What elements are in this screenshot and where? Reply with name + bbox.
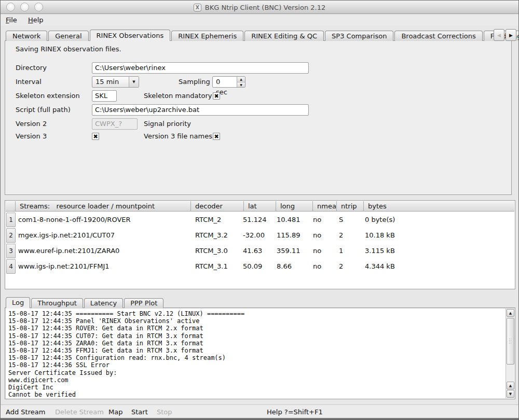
skeleton-extension-input[interactable]: SKL	[92, 90, 117, 102]
log-scrollbar[interactable]: ▲ ▲ ▼	[506, 309, 514, 398]
help-shortcut-label[interactable]: Help ?=Shift+F1	[267, 405, 323, 419]
sampling-label: Sampling	[179, 75, 210, 89]
row-number[interactable]: 2	[6, 228, 16, 243]
cell-lat: 41.63	[243, 243, 262, 259]
delete-stream-button: Delete Stream	[55, 405, 104, 419]
cell-ntrip: 2	[339, 259, 343, 274]
cell-decoder: RTCM_3.0	[195, 243, 228, 259]
scroll-up-button[interactable]: ▲	[507, 309, 514, 317]
row-number[interactable]: 4	[6, 259, 16, 274]
col-header-ntrip[interactable]: ntrip	[337, 201, 364, 212]
log-line: 15-08-17 12:44:35 ZARA0: Get data in RTC…	[8, 340, 203, 347]
col-header-lat[interactable]: lat	[244, 201, 276, 212]
cell-mountpoint: mgex.igs-ip.net:2101/CUT07	[18, 228, 115, 243]
chevron-right-icon: ▶	[509, 33, 513, 38]
spin-up-icon[interactable]: ▲	[237, 77, 245, 82]
tab-rinex-editing-qc[interactable]: RINEX Editing & QC	[244, 31, 324, 41]
stream-row[interactable]: 4 www.igs-ip.net:2101/FFMJ1 RTCM_3.1 50.…	[6, 259, 514, 274]
col-header-mountpoint[interactable]: Streams: resource loader / mountpoint	[16, 201, 191, 212]
cell-long: 10.481	[277, 212, 301, 228]
scroll-down-button[interactable]: ▼	[507, 390, 514, 398]
tab-throughput[interactable]: Throughput	[31, 298, 83, 308]
cell-long: 359.11	[277, 243, 301, 259]
log-line: 15-08-17 12:44:35 CUT07: Get data in RTC…	[8, 332, 203, 340]
directory-label: Directory	[16, 61, 47, 75]
arrow-down-icon: ▼	[509, 392, 512, 396]
chevron-left-icon: ◀	[497, 33, 501, 38]
tab-scroll-right-button[interactable]: ▶	[506, 29, 516, 41]
version3-checkbox[interactable]: ✖	[92, 133, 99, 140]
cell-ntrip: S	[339, 212, 343, 228]
x11-app-icon: X	[194, 4, 201, 11]
skeleton-extension-label: Skeleton extension	[16, 89, 80, 103]
menu-help[interactable]: Help	[28, 15, 44, 25]
main-tab-bar: Network General RINEX Observations RINEX…	[6, 30, 519, 41]
interval-label: Interval	[16, 75, 42, 89]
chevron-down-icon[interactable]: ▼	[129, 77, 139, 87]
checkbox-check-icon: ✖	[214, 134, 218, 139]
cell-bytes: 0 byte(s)	[365, 212, 395, 228]
cell-lat: -32.00	[243, 228, 265, 243]
title-bar[interactable]: X BKG Ntrip Client (BNC) Version 2.12	[1, 1, 518, 14]
tab-log[interactable]: Log	[6, 297, 30, 308]
rinex-observations-panel: Saving RINEX observation files. Director…	[5, 40, 512, 195]
streams-table: Streams: resource loader / mountpoint de…	[5, 200, 515, 289]
log-output[interactable]: 15-08-17 12:44:35 ========== Start BNC v…	[8, 310, 502, 398]
stream-row[interactable]: 3 www.euref-ip.net:2101/ZARA0 RTCM_3.0 4…	[6, 243, 514, 259]
stream-row[interactable]: 2 mgex.igs-ip.net:2101/CUT07 RTCM_3.2 -3…	[6, 228, 514, 243]
col-header-bytes[interactable]: bytes	[364, 201, 514, 212]
row-number-header	[6, 201, 16, 212]
cell-nmea: no	[313, 212, 321, 228]
add-stream-button[interactable]: Add Stream	[6, 405, 45, 419]
col-header-decoder[interactable]: decoder	[191, 201, 244, 212]
directory-input[interactable]: C:\Users\weber\rinex	[92, 62, 309, 74]
cell-mountpoint: com1-8-none-1-off-19200/ROVER	[18, 212, 131, 228]
tab-rinex-observations[interactable]: RINEX Observations	[90, 30, 171, 41]
map-button[interactable]: Map	[108, 405, 122, 419]
scrollbar-thumb[interactable]	[507, 318, 514, 365]
row-number[interactable]: 3	[6, 244, 16, 258]
row-number[interactable]: 1	[6, 213, 16, 227]
sampling-value: 0 sec	[213, 77, 237, 87]
col-header-nmea[interactable]: nmea	[313, 201, 337, 212]
panel-description: Saving RINEX observation files.	[16, 45, 121, 53]
sampling-spinner[interactable]: 0 sec ▲ ▼	[212, 76, 245, 88]
cell-nmea: no	[313, 243, 321, 259]
log-line: DigiCert Inc	[8, 384, 53, 391]
signal-priority-label: Signal priority	[144, 117, 191, 131]
log-line: 15-08-17 12:44:35 ========== Start BNC v…	[8, 310, 244, 317]
log-line: 15-08-17 12:44:35 Configuration read: rn…	[8, 354, 226, 361]
tab-general[interactable]: General	[48, 31, 88, 41]
version3-file-names-label: Version 3 file names	[144, 130, 212, 143]
tab-scroll-left-button[interactable]: ◀	[494, 29, 504, 41]
tab-broadcast-corrections[interactable]: Broadcast Corrections	[394, 31, 482, 41]
script-input[interactable]: C:\Users\weber\up2archive.bat	[92, 104, 309, 116]
tab-ppp-plot[interactable]: PPP Plot	[124, 298, 163, 308]
cell-nmea: no	[313, 259, 321, 274]
interval-dropdown[interactable]: 15 min ▼	[92, 76, 139, 88]
arrow-up-icon: ▲	[509, 384, 512, 388]
tab-sp3-comparison[interactable]: SP3 Comparison	[325, 31, 393, 41]
cell-nmea: no	[313, 228, 321, 243]
tab-network[interactable]: Network	[6, 31, 47, 41]
start-button[interactable]: Start	[131, 405, 148, 419]
col-header-long[interactable]: long	[276, 201, 313, 212]
scroll-up-button-bottom[interactable]: ▲	[507, 382, 514, 389]
cell-long: 8.66	[277, 259, 292, 274]
log-line: www.digicert.com	[8, 376, 69, 384]
log-line: Server Certificate Issued by:	[8, 369, 117, 376]
cell-mountpoint: www.igs-ip.net:2101/FFMJ1	[18, 259, 110, 274]
cell-long: 115.89	[277, 228, 301, 243]
stop-button: Stop	[157, 405, 172, 419]
log-line: Cannot be verified	[8, 391, 76, 398]
cell-lat: 51.124	[243, 212, 267, 228]
version3-file-names-checkbox[interactable]: ✖	[213, 133, 220, 140]
tab-latency[interactable]: Latency	[84, 298, 123, 308]
spin-down-icon[interactable]: ▼	[237, 82, 245, 88]
stream-row[interactable]: 1 com1-8-none-1-off-19200/ROVER RTCM_2 5…	[6, 212, 514, 228]
skeleton-mandatory-checkbox[interactable]: ✖	[213, 92, 220, 100]
tab-rinex-ephemeris[interactable]: RINEX Ephemeris	[171, 31, 243, 41]
menu-file[interactable]: File	[6, 15, 17, 25]
cell-ntrip: 2	[339, 228, 343, 243]
cell-ntrip: 1	[339, 243, 343, 259]
